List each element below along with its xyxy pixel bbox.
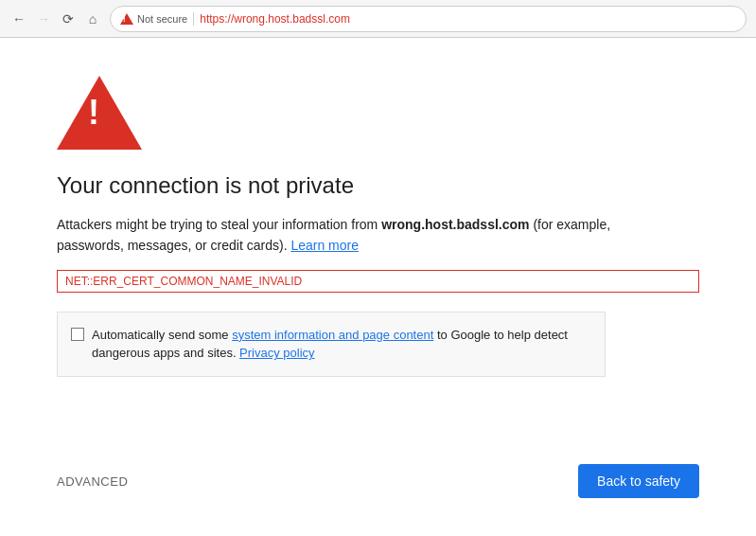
learn-more-link[interactable]: Learn more	[290, 238, 359, 253]
home-button[interactable]: ⌂	[83, 9, 102, 28]
page-heading: Your connection is not private	[57, 172, 699, 199]
warning-icon-small	[120, 13, 133, 25]
error-code: NET::ERR_CERT_COMMON_NAME_INVALID	[65, 275, 302, 288]
description-text: Attackers might be trying to steal your …	[57, 214, 624, 257]
address-divider	[193, 12, 194, 26]
warning-icon-large	[57, 76, 142, 150]
browser-chrome: ← → ⟳ ⌂ Not secure https://wrong.host.ba…	[0, 0, 756, 38]
reload-button[interactable]: ⟳	[59, 9, 78, 28]
back-to-safety-button[interactable]: Back to safety	[578, 464, 699, 498]
address-bar[interactable]: Not secure https://wrong.host.badssl.com	[110, 6, 747, 32]
error-code-box: NET::ERR_CERT_COMMON_NAME_INVALID	[57, 270, 699, 293]
nav-buttons: ← → ⟳ ⌂	[9, 9, 102, 28]
system-info-link[interactable]: system information and page content	[232, 328, 433, 342]
warning-icon-container	[57, 76, 699, 153]
url-display: https://wrong.host.badssl.com	[200, 12, 350, 26]
privacy-policy-link[interactable]: Privacy policy	[239, 346, 314, 360]
advanced-button[interactable]: ADVANCED	[57, 474, 128, 489]
checkbox-section: Automatically send some system informati…	[57, 312, 606, 377]
security-label: Not secure	[137, 13, 187, 25]
footer-actions: ADVANCED Back to safety	[57, 464, 699, 498]
back-button[interactable]: ←	[9, 9, 28, 28]
send-info-checkbox[interactable]	[71, 328, 84, 341]
site-name: wrong.host.badssl.com	[381, 217, 529, 232]
forward-button[interactable]: →	[34, 9, 53, 28]
security-indicator: Not secure	[120, 13, 187, 25]
checkbox-label: Automatically send some system informati…	[92, 326, 591, 363]
error-page: Your connection is not private Attackers…	[0, 38, 756, 536]
